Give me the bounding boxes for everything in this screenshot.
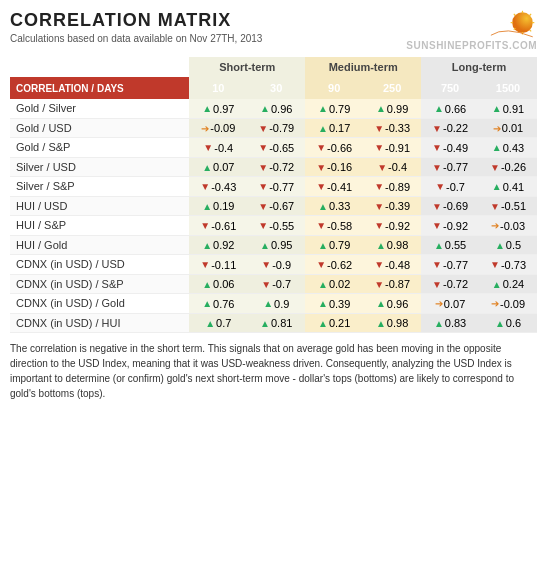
table-row: Silver / USD▲0.07▼-0.72▼-0.16▼-0.4▼-0.77… xyxy=(10,157,537,177)
cell-value: -0.65 xyxy=(269,142,294,154)
arrow-down-icon: ▼ xyxy=(490,162,500,173)
data-cell: ▲0.92 xyxy=(189,235,247,255)
cell-value: -0.16 xyxy=(327,161,352,173)
cell-content: ▲0.97 xyxy=(202,103,234,115)
cell-value: -0.26 xyxy=(501,161,526,173)
data-cell: ▲0.95 xyxy=(247,235,305,255)
cell-value: -0.09 xyxy=(500,298,525,310)
table-row: Gold / S&P▼-0.4▼-0.65▼-0.66▼-0.91▼-0.49▲… xyxy=(10,138,537,158)
data-cell: ▲0.81 xyxy=(247,313,305,333)
svg-line-6 xyxy=(530,30,532,32)
subtitle: Calculations based on data available on … xyxy=(10,33,262,44)
cell-content: ▲0.02 xyxy=(318,278,350,290)
data-cell: ▼-0.77 xyxy=(421,255,479,275)
cell-content: ▲0.43 xyxy=(492,142,524,154)
cell-value: -0.51 xyxy=(501,200,526,212)
table-row: Gold / Silver▲0.97▲0.96▲0.79▲0.99▲0.66▲0… xyxy=(10,99,537,118)
arrow-down-icon: ▼ xyxy=(374,123,384,134)
row-label: CDNX (in USD) / S&P xyxy=(10,274,189,294)
cell-content: ▼-0.72 xyxy=(432,278,468,290)
data-cell: ▼-0.79 xyxy=(247,118,305,138)
data-cell: ▼-0.89 xyxy=(363,177,421,197)
data-cell: ▼-0.43 xyxy=(189,177,247,197)
arrow-down-icon: ▼ xyxy=(316,220,326,231)
cell-value: -0.03 xyxy=(500,220,525,232)
data-cell: ▼-0.72 xyxy=(247,157,305,177)
header: CORRELATION MATRIX Calculations based on… xyxy=(10,10,537,51)
cell-content: ▲0.79 xyxy=(318,239,350,251)
arrow-down-icon: ▼ xyxy=(316,181,326,192)
table-row: CDNX (in USD) / HUI▲0.7▲0.81▲0.21▲0.98▲0… xyxy=(10,313,537,333)
data-cell: ▲0.91 xyxy=(479,99,537,118)
cell-content: ▼-0.92 xyxy=(374,220,410,232)
cell-value: -0.69 xyxy=(443,200,468,212)
cell-value: -0.89 xyxy=(385,181,410,193)
data-cell: ▼-0.4 xyxy=(189,138,247,158)
cell-content: ▼-0.87 xyxy=(374,278,410,290)
cell-content: ▲0.96 xyxy=(376,298,408,310)
cell-value: 0.81 xyxy=(271,317,292,329)
cell-value: 0.66 xyxy=(445,103,466,115)
cell-value: -0.41 xyxy=(327,181,352,193)
cell-content: ▼-0.79 xyxy=(258,122,294,134)
cell-value: 0.06 xyxy=(213,278,234,290)
data-cell: ▲0.5 xyxy=(479,235,537,255)
data-cell: ▼-0.7 xyxy=(421,177,479,197)
logo-sun-icon xyxy=(489,10,537,40)
arrow-up-icon: ▲ xyxy=(434,240,444,251)
cell-content: ▼-0.26 xyxy=(490,161,526,173)
arrow-up-icon: ▲ xyxy=(318,103,328,114)
arrow-down-icon: ▼ xyxy=(258,220,268,231)
group-header-medium: Medium-term xyxy=(305,57,421,77)
data-cell: ▼-0.67 xyxy=(247,196,305,216)
cell-content: ▲0.92 xyxy=(202,239,234,251)
arrow-down-icon: ▼ xyxy=(490,201,500,212)
arrow-up-icon: ▲ xyxy=(202,103,212,114)
data-cell: ▲0.96 xyxy=(363,294,421,314)
arrow-down-icon: ▼ xyxy=(316,162,326,173)
data-cell: ▲0.17 xyxy=(305,118,363,138)
arrow-up-icon: ▲ xyxy=(202,298,212,309)
cell-value: -0.55 xyxy=(269,220,294,232)
arrow-down-icon: ▼ xyxy=(374,259,384,270)
arrow-up-icon: ▲ xyxy=(495,318,505,329)
cell-value: 0.9 xyxy=(274,298,289,310)
cell-value: 0.24 xyxy=(503,278,524,290)
data-cell: ▼-0.91 xyxy=(363,138,421,158)
cell-value: -0.62 xyxy=(327,259,352,271)
arrow-down-icon: ▼ xyxy=(435,181,445,192)
cell-content: ▲0.66 xyxy=(434,103,466,115)
cell-content: ➔-0.03 xyxy=(491,220,525,232)
cell-value: -0.79 xyxy=(269,122,294,134)
group-header-long: Long-term xyxy=(421,57,537,77)
cell-content: ▼-0.55 xyxy=(258,220,294,232)
cell-content: ▲0.98 xyxy=(376,239,408,251)
data-cell: ▼-0.11 xyxy=(189,255,247,275)
data-cell: ▲0.55 xyxy=(421,235,479,255)
col-30: 30 xyxy=(247,77,305,99)
cell-value: 0.76 xyxy=(213,298,234,310)
arrow-down-icon: ▼ xyxy=(261,279,271,290)
data-cell: ▲0.41 xyxy=(479,177,537,197)
cell-content: ▼-0.41 xyxy=(316,181,352,193)
arrow-up-icon: ▲ xyxy=(318,201,328,212)
cell-content: ▼-0.89 xyxy=(374,181,410,193)
data-cell: ▲0.43 xyxy=(479,138,537,158)
data-cell: ▼-0.49 xyxy=(421,138,479,158)
cell-content: ▲0.81 xyxy=(260,317,292,329)
arrow-up-icon: ▲ xyxy=(492,279,502,290)
cell-content: ▼-0.69 xyxy=(432,200,468,212)
cell-content: ▲0.76 xyxy=(202,298,234,310)
data-cell: ▼-0.7 xyxy=(247,274,305,294)
data-cell: ➔0.07 xyxy=(421,294,479,314)
row-label: HUI / Gold xyxy=(10,235,189,255)
data-cell: ▲0.39 xyxy=(305,294,363,314)
cell-value: 0.96 xyxy=(271,103,292,115)
arrow-down-icon: ▼ xyxy=(200,181,210,192)
cell-content: ▼-0.4 xyxy=(377,161,407,173)
arrow-up-icon: ▲ xyxy=(260,240,270,251)
data-cell: ▼-0.87 xyxy=(363,274,421,294)
cell-value: -0.66 xyxy=(327,142,352,154)
cell-value: 0.95 xyxy=(271,239,292,251)
cell-value: -0.7 xyxy=(272,278,291,290)
